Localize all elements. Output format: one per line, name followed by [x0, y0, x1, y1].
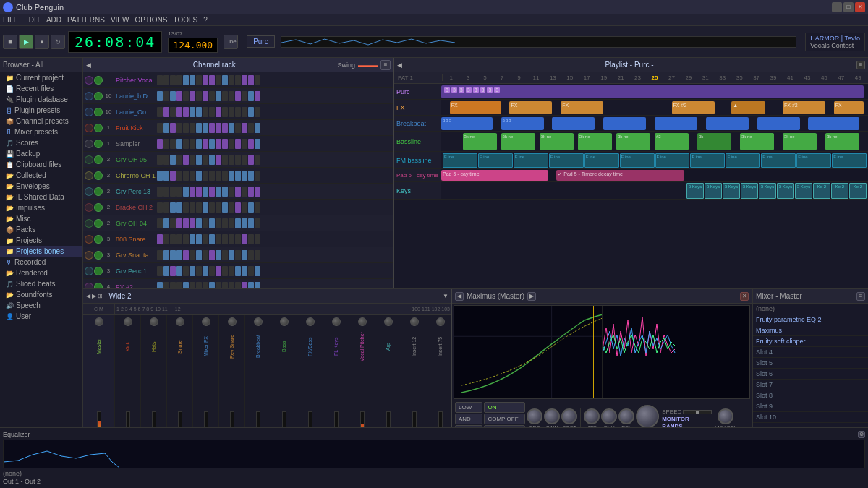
channel-pad[interactable]: [157, 266, 163, 276]
channel-pad[interactable]: [157, 250, 163, 260]
channel-pad[interactable]: [203, 171, 208, 181]
maximize-button[interactable]: □: [843, 2, 854, 12]
channel-pad[interactable]: [209, 75, 215, 85]
channel-pad[interactable]: [203, 266, 208, 276]
fm-block[interactable]: F ine: [443, 153, 477, 168]
ch-solo-btn[interactable]: [94, 171, 103, 180]
channel-pad[interactable]: [255, 91, 260, 101]
channel-pad[interactable]: [183, 266, 189, 276]
channel-pad[interactable]: [196, 218, 202, 228]
fm-block[interactable]: F ine: [514, 153, 548, 168]
ch-mute-btn[interactable]: [85, 203, 93, 212]
pl-block-fx5[interactable]: ▲: [731, 101, 765, 114]
comp-off-button[interactable]: COMP OFF: [484, 414, 525, 424]
rel-knob[interactable]: [618, 408, 634, 424]
channel-pad[interactable]: [176, 250, 182, 260]
sidebar-item-envelopes[interactable]: 📂Envelopes: [0, 181, 82, 192]
channel-pad[interactable]: [196, 250, 202, 260]
sidebar-item-clipboard-files[interactable]: 📋Clipboard files: [0, 159, 82, 170]
channel-pad[interactable]: [203, 155, 208, 165]
channel-pad[interactable]: [183, 139, 189, 149]
right-insert-3[interactable]: Fruity soft clipper: [753, 336, 868, 347]
channel-pad[interactable]: [196, 91, 202, 101]
ch-mute-btn[interactable]: [85, 92, 93, 100]
right-insert-7[interactable]: Slot 7: [753, 380, 868, 390]
channel-pad[interactable]: [176, 91, 182, 101]
channel-pad[interactable]: [255, 218, 260, 228]
maximus-next[interactable]: ▶: [527, 292, 536, 301]
channel-pad[interactable]: [235, 250, 241, 260]
channel-pad[interactable]: [242, 266, 247, 276]
channel-pad[interactable]: [170, 266, 176, 276]
menu-patterns[interactable]: PATTERNS: [67, 16, 105, 24]
sidebar-item-mixer-presets[interactable]: 🎚Mixer presets: [0, 127, 82, 137]
channel-pad[interactable]: [229, 171, 234, 181]
channel-pad[interactable]: [242, 75, 247, 85]
channel-pad[interactable]: [170, 107, 176, 117]
channel-pad[interactable]: [235, 218, 241, 228]
channel-pad[interactable]: [229, 202, 234, 213]
channel-pad[interactable]: [255, 202, 260, 213]
channel-pad[interactable]: [229, 218, 234, 228]
right-insert-6[interactable]: Slot 6: [753, 369, 868, 380]
and-button[interactable]: AND: [455, 414, 482, 424]
sidebar-item-user[interactable]: 👤User: [0, 311, 82, 322]
channel-pad[interactable]: [255, 107, 260, 117]
channel-name[interactable]: Grv OH 05: [114, 156, 157, 163]
channel-pad[interactable]: [190, 202, 195, 213]
playlist-menu[interactable]: ≡: [856, 61, 865, 69]
right-insert-10[interactable]: Slot 10: [753, 412, 868, 423]
gain-knob[interactable]: [544, 408, 560, 424]
sidebar-item-backup[interactable]: 💾Backup: [0, 148, 82, 159]
channel-pad[interactable]: [222, 75, 228, 85]
key-block[interactable]: 3 Keys: [686, 183, 704, 199]
channel-pad[interactable]: [163, 266, 169, 276]
channel-pad[interactable]: [248, 91, 254, 101]
sidebar-item-current-project[interactable]: 📁Current project: [0, 72, 82, 83]
channel-pad[interactable]: [170, 139, 176, 149]
channel-pad[interactable]: [176, 234, 182, 244]
channel-pad[interactable]: [163, 282, 169, 289]
channel-pad[interactable]: [235, 282, 241, 289]
channel-pad[interactable]: [209, 107, 215, 117]
mixer-pan-knob[interactable]: [124, 317, 132, 326]
channel-pad[interactable]: [157, 202, 163, 213]
pl-block[interactable]: 3 3 3 3 3 3 3 3: [441, 85, 864, 98]
channel-pad[interactable]: [209, 187, 215, 197]
channel-pad[interactable]: [222, 250, 228, 260]
fm-block[interactable]: F ine: [690, 153, 725, 168]
channel-pad[interactable]: [242, 202, 247, 213]
channel-pad[interactable]: [203, 123, 208, 133]
pl-block-bb4[interactable]: [603, 117, 646, 130]
fm-block[interactable]: F ine: [761, 153, 796, 168]
minimize-button[interactable]: ─: [832, 2, 842, 12]
channel-pad[interactable]: [190, 91, 195, 101]
channel-pad[interactable]: [216, 266, 221, 276]
sidebar-item-misc[interactable]: 📂Misc: [0, 213, 82, 224]
on-button[interactable]: ON: [484, 402, 525, 413]
channel-pad[interactable]: [255, 266, 260, 276]
pl-block-fx1[interactable]: FX: [450, 101, 501, 114]
channel-pad[interactable]: [248, 202, 254, 213]
channel-pad[interactable]: [229, 250, 234, 260]
mixer-pan-knob[interactable]: [332, 317, 341, 326]
key-block[interactable]: 3 Keys: [723, 183, 740, 199]
channel-pad[interactable]: [163, 218, 169, 228]
channel-pad[interactable]: [216, 155, 221, 165]
right-insert-2[interactable]: Maximus: [753, 325, 868, 336]
menu-file[interactable]: FILE: [3, 16, 18, 24]
ch-mute-btn[interactable]: [85, 267, 93, 275]
channel-pad[interactable]: [229, 266, 234, 276]
channel-pad[interactable]: [235, 171, 241, 181]
fm-block[interactable]: F ine: [549, 153, 584, 168]
channel-pad[interactable]: [183, 91, 189, 101]
pl-block-fx4[interactable]: FX #2: [672, 101, 715, 114]
pl-block-bb6[interactable]: [706, 117, 749, 130]
channel-pad[interactable]: [157, 171, 163, 181]
ch-mute-btn[interactable]: [85, 219, 93, 228]
channel-pad[interactable]: [170, 234, 176, 244]
channel-pad[interactable]: [242, 123, 247, 133]
channel-pad[interactable]: [170, 123, 176, 133]
channel-pad[interactable]: [190, 155, 195, 165]
channel-pad[interactable]: [242, 187, 247, 197]
